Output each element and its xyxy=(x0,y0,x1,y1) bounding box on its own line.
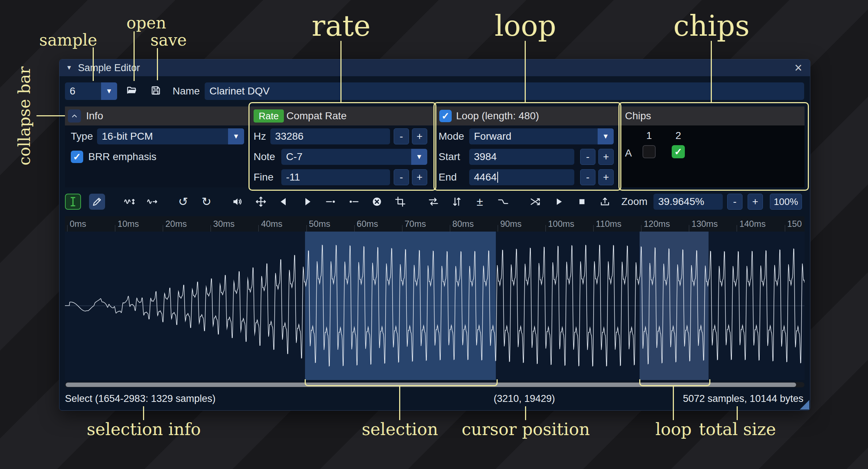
sample-type-dropdown-button[interactable]: ▼ xyxy=(228,128,244,144)
zoom-input[interactable]: 39.9645% xyxy=(653,194,723,210)
save-sample-button[interactable] xyxy=(148,82,164,98)
fade-in-button[interactable] xyxy=(276,194,292,210)
timeline-label: 90ms xyxy=(500,219,522,229)
zoom-out-button[interactable]: - xyxy=(727,194,742,210)
annotation-rate: rate xyxy=(312,9,370,42)
resize-button[interactable] xyxy=(121,194,137,210)
timeline-tick xyxy=(258,225,259,232)
triangle-right-icon xyxy=(302,196,313,207)
total-size-text: 5072 samples, 10144 bytes xyxy=(683,389,803,408)
timeline-label: 30ms xyxy=(213,219,235,229)
stop-button[interactable] xyxy=(574,194,590,210)
annotation-save: save xyxy=(150,31,187,49)
brr-emphasis-checkbox[interactable]: ✓ xyxy=(71,151,83,163)
timeline-tick xyxy=(737,225,737,232)
amplify-button[interactable] xyxy=(229,194,246,210)
desktop-background: ▼ Sample Editor × 6 ▼ Name xyxy=(0,0,868,469)
stop-icon xyxy=(576,196,587,207)
annotation-selection: selection xyxy=(362,419,438,439)
apply-silence-button[interactable] xyxy=(346,194,362,210)
annotation-total-size: total size xyxy=(699,419,776,439)
annotation-selection-info: selection info xyxy=(87,419,201,439)
zoom-in-button[interactable]: + xyxy=(748,194,763,210)
dot-dash-icon xyxy=(348,196,359,207)
zoom-label: Zoom xyxy=(621,194,648,210)
sample-number-dropdown-button[interactable]: ▼ xyxy=(101,82,117,100)
window-resize-grip[interactable] xyxy=(800,400,809,410)
collapse-bar-button[interactable] xyxy=(68,109,81,123)
draw-mode-button[interactable] xyxy=(89,194,105,210)
cross-arrows-icon xyxy=(530,196,541,207)
timeline-label: 50ms xyxy=(309,219,331,229)
folder-open-icon xyxy=(126,85,137,96)
reverse-button[interactable] xyxy=(425,194,441,210)
name-label: Name xyxy=(173,83,200,99)
crop-icon xyxy=(395,196,406,207)
invert-button[interactable] xyxy=(449,194,465,210)
brr-emphasis-label: BRR emphasis xyxy=(88,149,157,165)
timeline-label: 100ms xyxy=(548,219,574,229)
timeline-tick xyxy=(689,225,689,232)
timeline-tick xyxy=(211,225,211,232)
status-bar: Select (1654-2983: 1329 samples) (3210, … xyxy=(59,389,810,408)
timeline-label: 150 xyxy=(787,219,802,229)
timeline-tick xyxy=(593,225,594,232)
timeline-label: 80ms xyxy=(452,219,474,229)
sample-number-combo[interactable]: 6 ▼ xyxy=(65,82,117,100)
waveform-view[interactable] xyxy=(65,232,805,380)
timeline-tick xyxy=(306,225,307,232)
waveform-canvas[interactable] xyxy=(65,232,805,380)
arrows-up-down-icon xyxy=(451,196,462,207)
timeline-tick xyxy=(498,225,498,232)
annotation-line-cursor-position xyxy=(525,406,526,420)
annotation-line-save xyxy=(157,48,158,80)
filter-button[interactable] xyxy=(495,194,511,210)
sample-type-dropdown[interactable]: 16-bit PCM ▼ xyxy=(97,128,244,144)
window-titlebar[interactable]: ▼ Sample Editor × xyxy=(59,59,810,76)
crossfade-button[interactable] xyxy=(527,194,543,210)
sample-name-input[interactable]: Clarinet DQV xyxy=(205,82,804,100)
window-title: Sample Editor xyxy=(78,62,140,74)
window-collapse-icon[interactable]: ▼ xyxy=(66,64,72,71)
zoom-reset-button[interactable]: 100% xyxy=(770,194,802,210)
timeline-label: 110ms xyxy=(596,219,621,229)
trim-button[interactable] xyxy=(392,194,408,210)
selection-info-text: Select (1654-2983: 1329 samples) xyxy=(65,389,216,408)
sample-type-value: 16-bit PCM xyxy=(102,131,153,142)
cursor-position-text: (3210, 19429) xyxy=(494,389,555,408)
timeline-label: 130ms xyxy=(691,219,718,229)
insert-silence-button[interactable] xyxy=(323,194,339,210)
normalize-button[interactable] xyxy=(253,194,269,210)
timeline-ruler[interactable]: 0ms10ms20ms30ms40ms50ms60ms70ms80ms90ms1… xyxy=(65,216,805,232)
annotation-line-loop-bottom xyxy=(673,385,674,420)
close-icon: × xyxy=(794,60,802,75)
annotation-open: open xyxy=(126,13,166,32)
preview-play-button[interactable] xyxy=(551,194,567,210)
annotation-collapse-bar: collapse bar xyxy=(15,66,34,166)
close-button[interactable]: × xyxy=(790,59,806,76)
annotation-box-loop xyxy=(433,102,621,191)
annotation-box-rate xyxy=(248,102,436,191)
info-panel-header: Info xyxy=(65,106,248,125)
arrows-swap-icon xyxy=(428,196,439,207)
redo-icon: ↻ xyxy=(202,196,212,208)
undo-button[interactable]: ↺ xyxy=(175,194,191,210)
filter-curve-icon xyxy=(498,196,509,207)
annotation-line-chips xyxy=(711,41,712,102)
resample-button[interactable] xyxy=(144,194,160,210)
chevron-up-icon xyxy=(70,112,78,120)
signedness-button[interactable]: ± xyxy=(472,194,488,210)
play-icon xyxy=(553,196,564,207)
timeline-label: 60ms xyxy=(357,219,378,229)
annotation-line-sample xyxy=(93,47,94,81)
delete-button[interactable] xyxy=(369,194,385,210)
fade-out-button[interactable] xyxy=(299,194,315,210)
redo-button[interactable]: ↻ xyxy=(198,194,215,210)
type-label: Type xyxy=(71,128,93,144)
annotation-box-chips xyxy=(618,102,809,191)
import-button[interactable] xyxy=(597,194,613,210)
open-sample-button[interactable] xyxy=(124,82,140,98)
timeline-tick xyxy=(67,225,67,232)
info-header-label: Info xyxy=(86,110,103,122)
select-mode-button[interactable] xyxy=(65,194,81,210)
